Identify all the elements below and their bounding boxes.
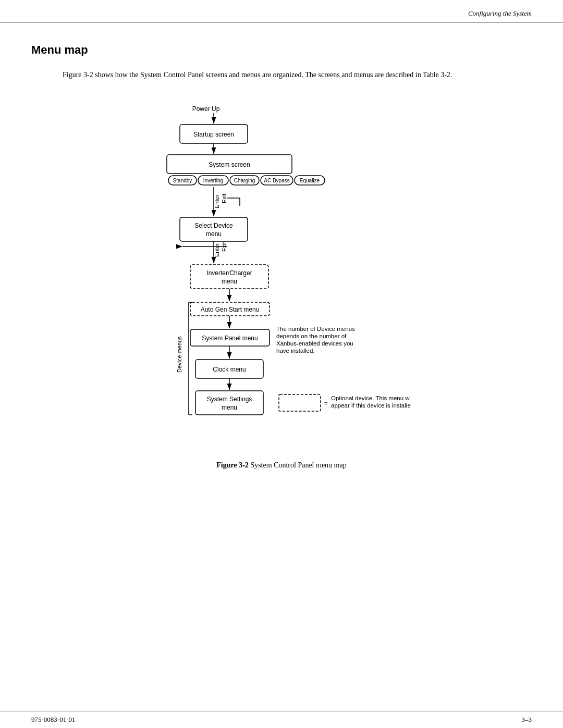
footer-right: 3–3: [522, 715, 532, 724]
power-up-label: Power Up: [192, 105, 220, 113]
flowchart-svg: Power Up Startup screen System screen St…: [99, 96, 464, 451]
svg-rect-34: [279, 394, 321, 411]
svg-rect-19: [190, 265, 268, 289]
svg-text:=: =: [324, 400, 328, 406]
optional-note-1: Optional device. This menu w: [331, 395, 410, 401]
footer-left: 975-0083-01-01: [31, 715, 76, 724]
exit-label-2: Exit: [221, 242, 227, 252]
select-device-menu: menu: [206, 230, 222, 238]
note-device-count: The number of Device menus: [276, 326, 355, 332]
page-content: Menu map Figure 3-2 shows how the System…: [0, 22, 563, 496]
exit-label-1: Exit: [221, 194, 227, 203]
device-menus-label: Device menus: [176, 336, 182, 373]
diagram-container: Power Up Startup screen System screen St…: [31, 96, 532, 451]
pill-acbypass: AC Bypass: [264, 178, 289, 183]
system-settings-label: System Settings: [207, 396, 252, 403]
svg-text:Xanbus-enabled devices you: Xanbus-enabled devices you: [276, 340, 353, 347]
inverter-charger-label: Inverter/Charger: [206, 269, 252, 277]
optional-note-2: appear if this device is installe: [331, 402, 411, 409]
figure-caption: Figure 3-2 System Control Panel menu map: [31, 461, 532, 470]
enter-label-1: Enter: [214, 195, 220, 209]
svg-text:depends on the number of: depends on the number of: [276, 333, 347, 339]
auto-gen-label: Auto Gen Start menu: [201, 306, 260, 313]
system-settings-menu: menu: [222, 404, 237, 411]
select-device-label: Select Device: [194, 222, 233, 229]
clock-menu-label: Clock menu: [213, 366, 246, 373]
pill-inverting: Inverting: [203, 178, 223, 183]
pill-equalize: Equalize: [300, 178, 320, 183]
startup-screen-label: Startup screen: [193, 131, 234, 138]
svg-rect-27: [195, 391, 263, 415]
page-header: Configuring the System: [0, 0, 563, 22]
enter-label-2: Enter: [214, 243, 220, 257]
page-footer: 975-0083-01-01 3–3: [0, 711, 563, 728]
pill-standby: Standby: [173, 178, 192, 183]
inverter-charger-menu: menu: [222, 278, 237, 285]
svg-text:have installed.: have installed.: [276, 348, 315, 354]
section-title: Menu map: [31, 43, 532, 57]
pill-charging: Charging: [234, 178, 255, 183]
svg-rect-15: [180, 217, 248, 241]
intro-text: Figure 3-2 shows how the System Control …: [31, 69, 532, 81]
system-screen-label: System screen: [209, 161, 250, 168]
system-panel-label: System Panel menu: [202, 335, 258, 342]
header-title: Configuring the System: [468, 9, 532, 18]
